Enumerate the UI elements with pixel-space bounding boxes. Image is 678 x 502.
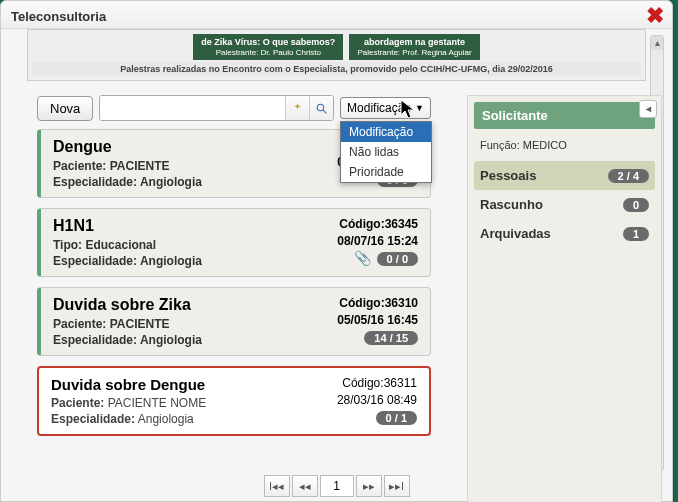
sort-dropdown-button[interactable]: Modificação ▼: [340, 97, 431, 119]
right-pane: Solicitante ◂ Função: MEDICO Pessoais2 /…: [467, 95, 662, 502]
side-row[interactable]: Arquivadas1: [474, 219, 655, 248]
dialog-header: Teleconsultoria ✖: [1, 1, 672, 29]
card[interactable]: Duvida sobre ZikaPaciente: PACIENTEEspec…: [37, 287, 431, 356]
dialog: Teleconsultoria ✖ ▴ de Zika Vírus: O que…: [0, 0, 673, 502]
side-row-label: Arquivadas: [480, 226, 551, 241]
side-row[interactable]: Pessoais2 / 4: [474, 161, 655, 190]
card-line-2: Especialidade: Angiologia: [53, 254, 202, 268]
dialog-title: Teleconsultoria: [11, 9, 106, 24]
side-row-label: Rascunho: [480, 197, 543, 212]
pager-prev-button[interactable]: ◂◂: [292, 475, 318, 497]
banner: de Zika Vírus: O que sabemos? Palestrant…: [27, 29, 646, 81]
card-badge: 0 / 0: [377, 252, 418, 266]
card-title: Duvida sobre Zika: [53, 296, 202, 314]
card-badge-row: 0 / 1: [297, 407, 417, 425]
banner-box-2-sub: Palestrante: Prof. Regina Aguiar: [357, 48, 471, 58]
card-code: Código:36345: [298, 217, 418, 231]
card[interactable]: Duvida sobre DenguePaciente: PACIENTE NO…: [37, 366, 431, 436]
side-row-label: Pessoais: [480, 168, 536, 183]
close-icon[interactable]: ✖: [646, 3, 664, 29]
card-code: Código:36310: [298, 296, 418, 310]
paperclip-icon: 📎: [354, 250, 371, 266]
card-badge-row: 📎0 / 0: [298, 248, 418, 266]
banner-box-1-sub: Palestrante: Dr. Paulo Christo: [201, 48, 335, 58]
side-header-label: Solicitante: [482, 108, 548, 123]
banner-box-1: de Zika Vírus: O que sabemos? Palestrant…: [193, 34, 343, 60]
card-title: Duvida sobre Dengue: [51, 376, 206, 393]
scroll-up-icon[interactable]: ▴: [651, 36, 663, 50]
card-line-1: Paciente: PACIENTE NOME: [51, 396, 206, 410]
sort-selected-label: Modificação: [347, 101, 411, 115]
nova-button[interactable]: Nova: [37, 96, 93, 121]
side-row-badge: 2 / 4: [608, 169, 649, 183]
sort-option-prioridade[interactable]: Prioridade: [341, 162, 431, 182]
card-line-2: Especialidade: Angiologia: [51, 412, 206, 426]
search-icon: [315, 102, 328, 115]
sparkle-icon: [291, 102, 304, 115]
side-header: Solicitante ◂: [474, 102, 655, 129]
pager-first-button[interactable]: I◂◂: [264, 475, 290, 497]
card-line-1: Paciente: PACIENTE: [53, 317, 202, 331]
side-funcao: Função: MEDICO: [474, 129, 655, 161]
banner-box-1-title: de Zika Vírus: O que sabemos?: [201, 37, 335, 48]
card-line-1: Tipo: Educacional: [53, 238, 202, 252]
sort-dropdown-menu: Modificação Não lidas Prioridade: [340, 121, 432, 183]
svg-point-0: [317, 104, 324, 111]
left-pane: Nova Modificação ▼: [11, 95, 457, 502]
pager: I◂◂ ◂◂ ▸▸ ▸▸I: [1, 475, 672, 497]
collapse-icon[interactable]: ◂: [639, 100, 657, 118]
side-funcao-value: MEDICO: [523, 139, 567, 151]
pager-next-button[interactable]: ▸▸: [356, 475, 382, 497]
banner-box-2-title: abordagem na gestante: [357, 37, 471, 48]
chevron-down-icon: ▼: [415, 103, 424, 113]
card-badge-row: 14 / 15: [298, 327, 418, 345]
card-date: 05/05/16 16:45: [298, 313, 418, 327]
card-date: 28/03/16 08:49: [297, 393, 417, 407]
svg-line-1: [323, 110, 326, 113]
side-row-badge: 0: [623, 198, 649, 212]
card-line-2: Especialidade: Angiologia: [53, 175, 202, 189]
side-funcao-label: Função:: [480, 139, 520, 151]
card-title: H1N1: [53, 217, 202, 235]
toolbar: Nova Modificação ▼: [37, 95, 431, 121]
card-line-2: Especialidade: Angiologia: [53, 333, 202, 347]
search-input[interactable]: [100, 96, 285, 120]
search-button[interactable]: [309, 96, 333, 120]
card-code: Código:36311: [297, 376, 417, 390]
sort-option-nao-lidas[interactable]: Não lidas: [341, 142, 431, 162]
card-badge: 0 / 1: [376, 411, 417, 425]
card-line-1: Paciente: PACIENTE: [53, 159, 202, 173]
card-date: 08/07/16 15:24: [298, 234, 418, 248]
banner-box-2: abordagem na gestante Palestrante: Prof.…: [349, 34, 479, 60]
card-badge: 14 / 15: [364, 331, 418, 345]
sort-option-modificacao[interactable]: Modificação: [341, 122, 431, 142]
card-title: Dengue: [53, 138, 202, 156]
side-row-badge: 1: [623, 227, 649, 241]
side-row[interactable]: Rascunho0: [474, 190, 655, 219]
clear-search-button[interactable]: [285, 96, 309, 120]
search-box: [99, 95, 334, 121]
pager-page-input[interactable]: [320, 475, 354, 497]
pager-last-button[interactable]: ▸▸I: [384, 475, 410, 497]
card[interactable]: H1N1Tipo: EducacionalEspecialidade: Angi…: [37, 208, 431, 277]
banner-caption: Palestras realizadas no Encontro com o E…: [32, 62, 641, 76]
